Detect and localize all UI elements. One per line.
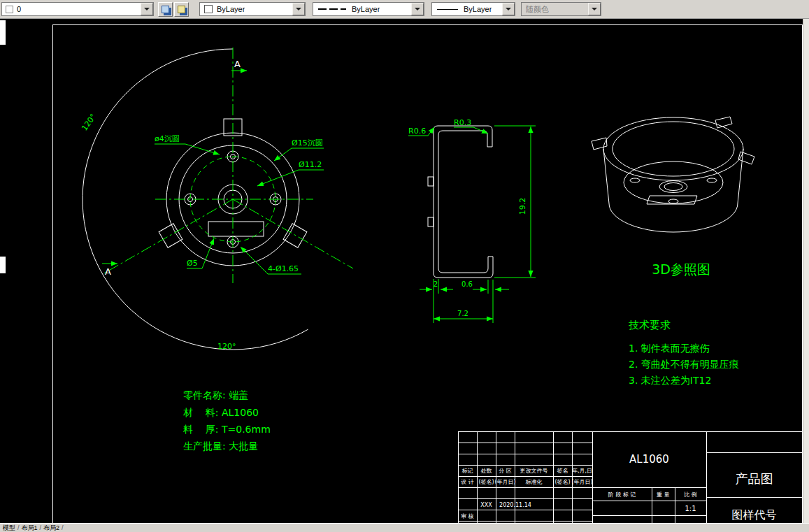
vertical-scrollbar[interactable] bbox=[803, 19, 809, 523]
tech-req-item-1: 1. 制件表面无擦伤 bbox=[629, 343, 710, 354]
tb-scale-value: 1:1 bbox=[685, 505, 696, 512]
dim-counterbore-large: Ø15沉圆 bbox=[292, 138, 323, 148]
batch-line: 生产批量: 大批量 bbox=[183, 440, 258, 452]
layer-combo-arrow-icon[interactable] bbox=[141, 3, 153, 15]
tb-drawing-code: 图样代号 bbox=[732, 508, 777, 522]
section-view: R0.6 R0.3 19.2 2 0.6 7.2 bbox=[408, 118, 536, 323]
dim-width: 7.2 bbox=[457, 310, 468, 317]
layers-icon bbox=[162, 6, 169, 13]
layout-tab-bar: 模型 / 布局1 / 布局2 / bbox=[0, 523, 809, 532]
tb-date-placeholder-1: (年月日) bbox=[494, 479, 515, 485]
tb-header-count: 处数 bbox=[481, 468, 492, 474]
dim-counterbore-small: ø4沉圆 bbox=[155, 134, 180, 143]
color-combo-arrow-icon[interactable] bbox=[292, 3, 305, 15]
layer-combo-value: 0 bbox=[17, 5, 21, 13]
dim-height: 19.2 bbox=[518, 198, 527, 215]
tb-sign-placeholder-2: (签名) bbox=[554, 479, 570, 485]
dim-angle-lower: 120° bbox=[217, 342, 236, 351]
tb-date-placeholder-2: (年月日) bbox=[571, 479, 592, 485]
tab-layout1[interactable]: 布局1 bbox=[22, 524, 38, 532]
object-properties-toolbar: 0 ByLayer ByLayer ByLayer 随颜色 bbox=[0, 0, 809, 19]
tab-separator: / bbox=[17, 524, 20, 531]
tb-standardization: 标准化 bbox=[526, 479, 543, 485]
tab-separator: / bbox=[62, 524, 64, 531]
tb-designer: XXX bbox=[480, 502, 492, 508]
tech-req-item-2: 2. 弯曲处不得有明显压痕 bbox=[629, 359, 739, 370]
lineweight-combo-arrow-icon[interactable] bbox=[502, 3, 515, 15]
tab-model[interactable]: 模型 bbox=[3, 524, 15, 532]
color-combo-value: ByLayer bbox=[217, 5, 245, 13]
plotstyle-combo: 随颜色 bbox=[521, 2, 601, 16]
section-view-dim-lines bbox=[408, 126, 536, 323]
technical-requirements: 技术要求 1. 制件表面无擦伤 2. 弯曲处不得有明显压痕 3. 未注公差为IT… bbox=[629, 319, 739, 386]
layer-properties-button[interactable] bbox=[158, 2, 173, 17]
tb-scale-label: 比 例 bbox=[684, 491, 697, 498]
linetype-combo[interactable]: ByLayer bbox=[313, 2, 424, 16]
section-label-a-top: A bbox=[234, 59, 241, 69]
plotstyle-combo-arrow-icon bbox=[588, 3, 601, 15]
section-marker-top: A bbox=[231, 59, 247, 71]
tb-sign-placeholder-1: (签名) bbox=[478, 479, 494, 485]
dim-center-hole: Ø11.2 bbox=[299, 160, 322, 169]
drawing-frame-border bbox=[52, 24, 802, 532]
dim-notch: 2 bbox=[434, 280, 438, 288]
part-name-line: 零件名称: 端盖 bbox=[183, 389, 248, 401]
tech-req-item-3: 3. 未注公差为IT12 bbox=[629, 375, 711, 386]
section-marker-bottom: A bbox=[102, 264, 117, 277]
part-info: 零件名称: 端盖 材 料: AL1060 料 厚: T=0.6mm 生产批量: … bbox=[183, 389, 271, 452]
title-block: 标记 处数 分 区 更改文件号 签名 年,月,日 设 计 (签名) (年月日) … bbox=[458, 431, 802, 532]
linetype-combo-value: ByLayer bbox=[352, 5, 380, 13]
thickness-line: 料 厚: T=0.6mm bbox=[183, 424, 271, 435]
layer-states-icon bbox=[178, 6, 185, 13]
lineweight-combo[interactable]: ByLayer bbox=[431, 2, 515, 16]
iso-view-caption: 3D参照图 bbox=[652, 261, 710, 277]
lineweight-combo-value: ByLayer bbox=[464, 5, 492, 13]
drawing-canvas[interactable]: A A ø4沉圆 Ø15沉圆 Ø11.2 Ø5 4-Ø1.65 120° 120… bbox=[0, 0, 809, 532]
tb-material: AL1060 bbox=[629, 453, 669, 466]
dim-radius-left: R0.6 bbox=[408, 127, 426, 136]
linetype-sample-icon bbox=[318, 8, 346, 10]
tb-header-sign: 签名 bbox=[557, 468, 568, 474]
tb-product: 产品图 bbox=[736, 471, 773, 486]
dim-angle-upper: 120° bbox=[80, 112, 98, 132]
dim-slot: Ø5 bbox=[187, 259, 198, 268]
lineweight-sample-icon bbox=[437, 9, 458, 10]
tb-header-date: 年,月,日 bbox=[572, 468, 592, 474]
tb-weight: 重 量 bbox=[656, 491, 670, 498]
dim-small-holes: 4-Ø1.65 bbox=[268, 264, 299, 273]
tb-header-file: 更改文件号 bbox=[520, 468, 548, 474]
layer-combo[interactable]: 0 bbox=[1, 2, 154, 16]
color-combo[interactable]: ByLayer bbox=[199, 2, 306, 16]
tb-design: 设 计 bbox=[461, 479, 474, 485]
plotstyle-combo-value: 随颜色 bbox=[526, 4, 549, 15]
color-swatch-icon bbox=[204, 5, 213, 13]
tb-design-date: 2020.11.14 bbox=[499, 502, 531, 508]
iso-view: 3D参照图 bbox=[592, 117, 754, 277]
dim-thickness: 0.6 bbox=[461, 280, 473, 288]
front-view: A A ø4沉圆 Ø15沉圆 Ø11.2 Ø5 4-Ø1.65 120° 120… bbox=[80, 48, 353, 351]
tb-stage-mark: 阶 段 标 记 bbox=[608, 491, 636, 498]
tb-header-mark: 标记 bbox=[462, 468, 473, 474]
tech-req-title: 技术要求 bbox=[629, 319, 671, 331]
tab-separator: / bbox=[40, 524, 42, 531]
tb-audit: 审 核 bbox=[461, 513, 474, 519]
tab-layout2[interactable]: 布局2 bbox=[43, 524, 59, 532]
offscreen-geometry-left bbox=[0, 20, 6, 273]
section-label-a-bottom: A bbox=[105, 266, 111, 277]
tb-header-zone: 分 区 bbox=[499, 468, 512, 474]
dim-radius-right: R0.3 bbox=[454, 118, 471, 127]
layer-previous-button[interactable] bbox=[174, 2, 189, 17]
layer-status-icon bbox=[6, 6, 13, 13]
material-line: 材 料: AL1060 bbox=[183, 407, 259, 418]
linetype-combo-arrow-icon[interactable] bbox=[411, 3, 424, 15]
